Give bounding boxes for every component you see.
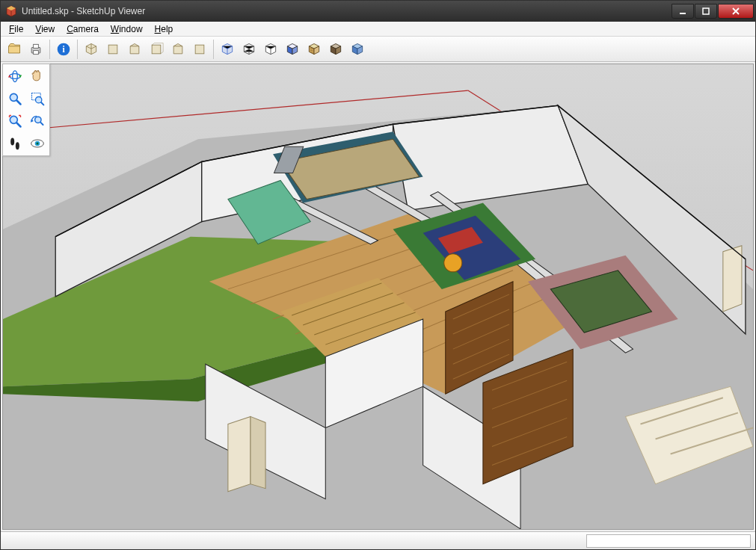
svg-rect-6 <box>34 44 39 48</box>
iso-view-button[interactable] <box>81 39 102 60</box>
svg-marker-65 <box>723 246 742 312</box>
model-render <box>3 64 753 530</box>
app-window: Untitled.skp - SketchUp Viewer File View… <box>0 0 756 550</box>
svg-rect-12 <box>195 45 204 54</box>
svg-marker-16 <box>19 75 22 77</box>
back-view-button[interactable] <box>168 39 188 60</box>
xray-button[interactable] <box>217 39 238 60</box>
svg-point-31 <box>37 143 39 145</box>
wireframe-button[interactable] <box>239 39 259 60</box>
open-button[interactable] <box>4 39 25 60</box>
svg-rect-3 <box>680 13 686 14</box>
zoom-button[interactable] <box>4 88 25 109</box>
walk-button[interactable] <box>4 133 25 154</box>
minimize-button[interactable] <box>672 4 694 19</box>
orbit-button[interactable] <box>4 66 25 87</box>
svg-point-28 <box>16 142 19 149</box>
menu-help[interactable]: Help <box>150 23 179 35</box>
menubar: File View Camera Window Help <box>1 22 755 37</box>
svg-rect-11 <box>152 45 161 54</box>
menu-file[interactable]: File <box>4 23 28 35</box>
svg-rect-4 <box>703 8 709 14</box>
hidden-line-button[interactable] <box>260 39 281 60</box>
shaded-button[interactable] <box>282 39 303 60</box>
main-toolbar: i <box>1 37 755 62</box>
window-title: Untitled.skp - SketchUp Viewer <box>22 6 145 16</box>
top-view-button[interactable] <box>102 39 123 60</box>
svg-rect-10 <box>108 45 117 54</box>
titlebar: Untitled.skp - SketchUp Viewer <box>1 1 755 22</box>
standard-views-group <box>81 39 210 60</box>
print-button[interactable] <box>25 39 46 60</box>
toolbar-separator <box>77 40 78 59</box>
shaded-textures-button[interactable] <box>304 39 325 60</box>
svg-line-25 <box>40 123 43 125</box>
right-view-button[interactable] <box>146 39 167 60</box>
pan-button[interactable] <box>27 66 48 87</box>
svg-point-13 <box>10 74 21 79</box>
left-view-button[interactable] <box>189 39 210 60</box>
svg-point-27 <box>10 138 14 146</box>
front-view-button[interactable] <box>124 39 145 60</box>
look-around-button[interactable] <box>27 133 48 154</box>
svg-marker-15 <box>8 75 11 77</box>
viewport-3d[interactable] <box>2 64 754 530</box>
color-by-layer-button[interactable] <box>347 39 368 60</box>
camera-tools-palette[interactable] <box>2 64 50 156</box>
zoom-window-button[interactable] <box>27 88 48 109</box>
app-icon <box>5 5 17 17</box>
menu-window[interactable]: Window <box>105 23 148 35</box>
svg-rect-7 <box>34 50 39 54</box>
svg-line-23 <box>17 123 21 127</box>
toolbar-separator <box>213 40 214 59</box>
svg-point-14 <box>13 71 18 82</box>
model-info-button[interactable]: i <box>53 39 74 60</box>
measurements-field[interactable] <box>586 534 751 548</box>
previous-view-button[interactable] <box>27 111 48 132</box>
window-controls <box>672 4 754 19</box>
close-button[interactable] <box>718 4 754 19</box>
svg-point-53 <box>444 254 462 272</box>
menu-view[interactable]: View <box>30 23 60 35</box>
monochrome-button[interactable] <box>325 39 346 60</box>
svg-marker-63 <box>228 416 251 491</box>
svg-line-21 <box>41 102 43 105</box>
menu-camera[interactable]: Camera <box>61 23 104 35</box>
face-styles-group <box>217 39 368 60</box>
maximize-button[interactable] <box>695 4 717 19</box>
svg-line-18 <box>17 101 21 105</box>
content-area <box>1 62 755 531</box>
zoom-extents-button[interactable] <box>4 111 25 132</box>
toolbar-separator <box>49 40 50 59</box>
svg-marker-64 <box>251 416 265 488</box>
statusbar <box>1 531 755 549</box>
file-group <box>4 39 46 60</box>
